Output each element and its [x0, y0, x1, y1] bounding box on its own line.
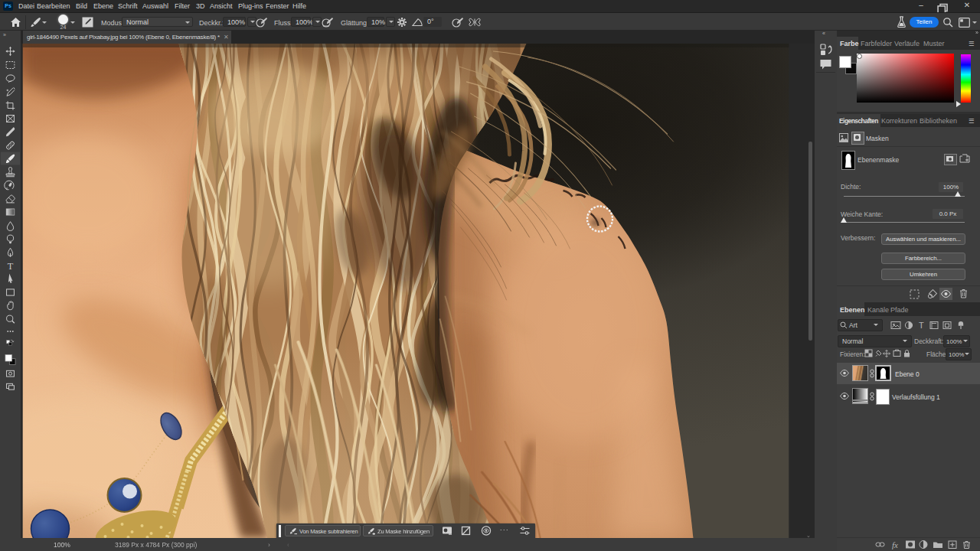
- svg-text:T: T: [919, 321, 924, 330]
- svg-text:T: T: [8, 261, 14, 272]
- svg-text:fx: fx: [892, 540, 898, 549]
